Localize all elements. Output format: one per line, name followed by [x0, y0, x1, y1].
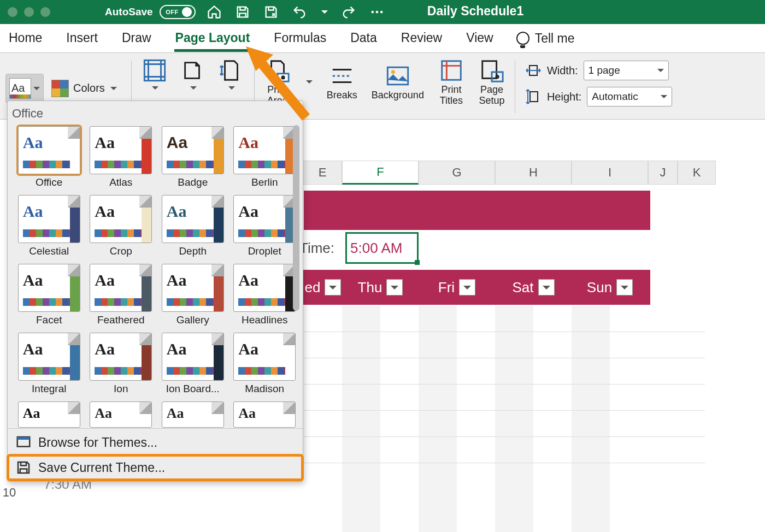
filter-dropdown-icon[interactable] [325, 279, 341, 295]
theme-item-partial[interactable]: Aa [13, 401, 85, 428]
save-theme-button[interactable]: Save Current Theme... [8, 455, 303, 480]
day-header-ed[interactable]: ed [304, 270, 342, 305]
save-as-icon[interactable] [263, 4, 279, 20]
height-select[interactable]: Automatic [587, 87, 672, 107]
theme-name: Integral [32, 383, 66, 395]
tab-data[interactable]: Data [349, 25, 378, 52]
height-value: Automatic [592, 91, 638, 103]
row-number[interactable]: 10 [0, 486, 19, 500]
window-controls[interactable] [8, 7, 50, 17]
zoom-dot-icon[interactable] [40, 7, 50, 17]
print-area-icon [265, 58, 290, 83]
theme-item-crop[interactable]: AaCrop [85, 195, 157, 261]
column-header-G[interactable]: G [419, 161, 495, 185]
column-header-E[interactable]: E [303, 161, 342, 185]
colors-button[interactable]: Colors [47, 76, 121, 101]
theme-name: Ion [114, 383, 128, 395]
page-setup-button[interactable]: Page Setup [479, 57, 505, 107]
background-button[interactable]: Background [372, 63, 424, 101]
chevron-down-icon[interactable] [306, 80, 313, 87]
theme-item-facet[interactable]: AaFacet [13, 264, 85, 329]
theme-item-partial[interactable]: Aa [85, 401, 157, 428]
theme-name: Gallery [176, 314, 209, 326]
minimize-dot-icon[interactable] [24, 7, 34, 17]
day-label: Sat [512, 279, 533, 296]
margins-button[interactable] [142, 57, 168, 91]
theme-name: Badge [178, 176, 208, 188]
theme-item-office[interactable]: AaOffice [13, 126, 85, 192]
fill-handle-icon[interactable] [415, 260, 420, 265]
undo-dropdown-icon[interactable] [321, 10, 328, 17]
redo-icon[interactable] [341, 4, 356, 20]
theme-item-feathered[interactable]: AaFeathered [85, 264, 157, 329]
close-dot-icon[interactable] [8, 7, 17, 17]
browse-themes-button[interactable]: Browse for Themes... [8, 430, 303, 455]
breaks-button[interactable]: Breaks [327, 63, 357, 101]
more-icon[interactable] [369, 4, 385, 20]
theme-name: Madison [245, 383, 284, 395]
filter-dropdown-icon[interactable] [386, 279, 403, 295]
orientation-button[interactable] [180, 57, 206, 91]
home-icon[interactable] [207, 4, 222, 20]
width-select[interactable]: 1 page [584, 61, 669, 80]
themes-grid: AaOfficeAaAtlasAaBadgeAaBerlinAaCelestia… [8, 124, 303, 428]
tab-draw[interactable]: Draw [121, 25, 152, 52]
themes-dropdown-panel: Office AaOfficeAaAtlasAaBadgeAaBerlinAaC… [7, 101, 303, 482]
autosave-toggle[interactable]: AutoSave OFF [105, 5, 196, 19]
column-header-H[interactable]: H [495, 161, 572, 185]
save-icon[interactable] [235, 4, 250, 20]
column-header-J[interactable]: J [648, 161, 678, 185]
scale-width-row: Width: 1 page [525, 61, 669, 80]
theme-item-atlas[interactable]: AaAtlas [85, 126, 157, 192]
chevron-down-icon [110, 87, 117, 93]
theme-item-celestial[interactable]: AaCelestial [13, 195, 85, 261]
theme-item-integral[interactable]: AaIntegral [13, 333, 85, 398]
theme-item-partial[interactable]: Aa [157, 401, 229, 428]
tab-home[interactable]: Home [8, 25, 43, 52]
theme-item-ion-board-[interactable]: AaIon Board... [157, 333, 229, 398]
print-area-button[interactable]: Print Area [264, 57, 291, 107]
tab-insert[interactable]: Insert [65, 25, 99, 52]
column-header-K[interactable]: K [678, 161, 716, 185]
scrollbar[interactable] [292, 125, 301, 409]
filter-dropdown-icon[interactable] [616, 279, 633, 295]
theme-item-depth[interactable]: AaDepth [157, 195, 229, 261]
svg-rect-8 [442, 61, 461, 80]
theme-item-gallery[interactable]: AaGallery [157, 264, 229, 329]
print-titles-button[interactable]: Print Titles [438, 57, 464, 107]
day-header-sat[interactable]: Sat [495, 270, 572, 305]
theme-item-partial[interactable]: Aa [229, 401, 301, 428]
active-cell[interactable]: 5:00 AM [345, 232, 419, 264]
column-header-I[interactable]: I [572, 161, 648, 185]
day-header-sun[interactable]: Sun [572, 270, 648, 305]
size-button[interactable] [218, 57, 244, 91]
filter-dropdown-icon[interactable] [538, 279, 555, 295]
tab-review[interactable]: Review [400, 25, 443, 52]
page-setup-icon [479, 58, 504, 83]
time-label: Time: [299, 240, 334, 257]
day-header-fri[interactable]: Fri [419, 270, 495, 305]
theme-item-madison[interactable]: AaMadison [229, 333, 301, 398]
undo-icon[interactable] [292, 4, 307, 20]
tab-formulas[interactable]: Formulas [273, 25, 327, 52]
tab-page-layout[interactable]: Page Layout [174, 25, 251, 52]
theme-item-headlines[interactable]: AaHeadlines [229, 264, 301, 329]
browse-themes-label: Browse for Themes... [38, 435, 157, 450]
tab-view[interactable]: View [465, 25, 494, 52]
chevron-down-icon [190, 86, 197, 93]
tell-me-search[interactable]: Tell me [516, 31, 575, 46]
theme-item-ion[interactable]: AaIon [85, 333, 157, 398]
theme-item-berlin[interactable]: AaBerlin [229, 126, 301, 192]
theme-item-badge[interactable]: AaBadge [157, 126, 229, 192]
filter-dropdown-icon[interactable] [459, 279, 475, 295]
alt-column [572, 305, 610, 532]
day-header-thu[interactable]: Thu [342, 270, 419, 305]
theme-item-droplet[interactable]: AaDroplet [229, 195, 301, 261]
themes-button[interactable]: Aa [5, 74, 44, 103]
column-header-F[interactable]: F [342, 161, 419, 185]
autosave-switch[interactable]: OFF [160, 5, 196, 19]
scrollbar-thumb[interactable] [293, 125, 299, 311]
width-icon [525, 64, 542, 77]
tell-me-label: Tell me [535, 31, 575, 46]
autosave-state: OFF [166, 9, 179, 15]
